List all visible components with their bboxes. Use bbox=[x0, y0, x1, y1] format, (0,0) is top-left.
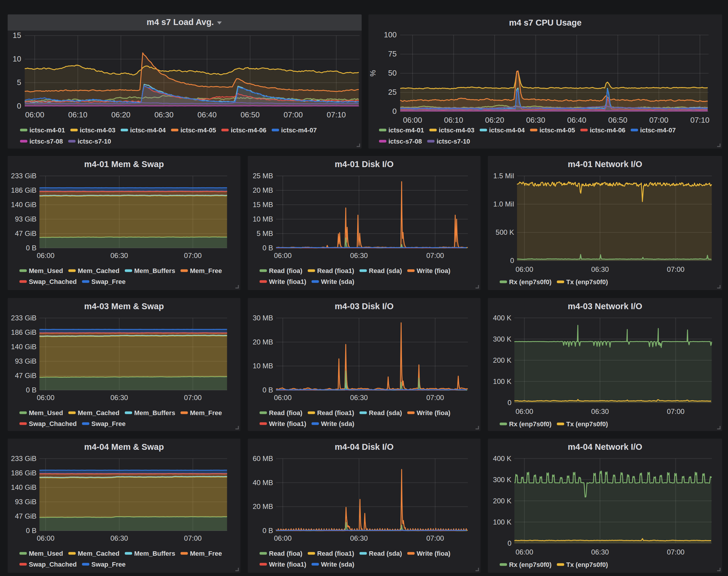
svg-text:06:00: 06:00 bbox=[274, 252, 291, 259]
svg-text:186 GiB: 186 GiB bbox=[11, 186, 36, 194]
svg-text:07:00: 07:00 bbox=[667, 548, 684, 556]
svg-text:Swap_Free: Swap_Free bbox=[91, 561, 125, 568]
svg-text:m4 s7 Load Avg.: m4 s7 Load Avg. bbox=[146, 17, 214, 27]
svg-text:07:00: 07:00 bbox=[426, 534, 444, 542]
svg-text:06:30: 06:30 bbox=[110, 252, 128, 259]
svg-text:Write (fioa): Write (fioa) bbox=[417, 409, 450, 416]
svg-text:Read (sda): Read (sda) bbox=[369, 550, 402, 557]
svg-text:0 B: 0 B bbox=[262, 244, 273, 252]
svg-text:20 MB: 20 MB bbox=[253, 338, 273, 346]
svg-text:Mem_Free: Mem_Free bbox=[190, 550, 222, 557]
svg-text:25 MB: 25 MB bbox=[253, 172, 273, 180]
svg-text:06:30: 06:30 bbox=[591, 265, 609, 273]
svg-text:200 K: 200 K bbox=[493, 356, 511, 364]
svg-text:Tx (enp7s0f0): Tx (enp7s0f0) bbox=[566, 561, 608, 568]
svg-text:Read (fioa1): Read (fioa1) bbox=[317, 409, 354, 416]
svg-text:Read (fioa1): Read (fioa1) bbox=[317, 267, 354, 275]
svg-text:ictsc-m4-05: ictsc-m4-05 bbox=[180, 126, 216, 134]
svg-text:07:00: 07:00 bbox=[649, 116, 668, 124]
svg-text:06:00: 06:00 bbox=[37, 252, 54, 259]
svg-text:Mem_Used: Mem_Used bbox=[29, 267, 63, 275]
svg-text:0 B: 0 B bbox=[26, 526, 36, 535]
svg-text:25: 25 bbox=[388, 88, 397, 96]
svg-text:06:20: 06:20 bbox=[111, 110, 130, 119]
svg-text:06:30: 06:30 bbox=[350, 394, 368, 402]
svg-text:Read (sda): Read (sda) bbox=[369, 267, 402, 275]
svg-text:06:30: 06:30 bbox=[350, 534, 368, 542]
svg-text:ictsc-m4-07: ictsc-m4-07 bbox=[640, 126, 676, 134]
svg-text:400 K: 400 K bbox=[493, 314, 511, 322]
svg-text:ictsc-m4-07: ictsc-m4-07 bbox=[281, 126, 317, 134]
svg-text:Write (fioa1): Write (fioa1) bbox=[269, 278, 306, 285]
svg-text:07:00: 07:00 bbox=[284, 110, 303, 119]
svg-text:07:10: 07:10 bbox=[690, 116, 709, 124]
svg-text:ictsc-m4-01: ictsc-m4-01 bbox=[29, 126, 65, 134]
svg-text:Read (fioa): Read (fioa) bbox=[269, 267, 303, 275]
svg-text:Tx (enp7s0f0): Tx (enp7s0f0) bbox=[566, 421, 608, 428]
svg-text:06:00: 06:00 bbox=[37, 534, 54, 542]
svg-text:Mem_Used: Mem_Used bbox=[29, 409, 63, 416]
svg-text:93 GiB: 93 GiB bbox=[15, 357, 36, 365]
svg-text:Write (fioa): Write (fioa) bbox=[417, 267, 450, 275]
svg-text:06:00: 06:00 bbox=[274, 394, 291, 402]
svg-text:Mem_Free: Mem_Free bbox=[190, 267, 222, 275]
svg-text:07:00: 07:00 bbox=[426, 394, 444, 402]
svg-text:186 GiB: 186 GiB bbox=[11, 328, 36, 336]
svg-text:06:00: 06:00 bbox=[515, 407, 533, 415]
svg-text:m4-01 Network I/O: m4-01 Network I/O bbox=[568, 160, 642, 169]
svg-text:0: 0 bbox=[17, 102, 21, 110]
svg-text:m4-04 Disk I/O: m4-04 Disk I/O bbox=[335, 442, 394, 452]
svg-text:Write (sda): Write (sda) bbox=[321, 561, 354, 568]
svg-text:06:30: 06:30 bbox=[110, 534, 128, 542]
svg-text:0: 0 bbox=[510, 257, 514, 264]
svg-text:ictsc-m4-03: ictsc-m4-03 bbox=[439, 126, 474, 134]
svg-text:Write (fioa1): Write (fioa1) bbox=[269, 420, 306, 427]
svg-text:06:00: 06:00 bbox=[515, 265, 533, 273]
svg-text:233 GiB: 233 GiB bbox=[11, 314, 36, 322]
svg-text:06:30: 06:30 bbox=[350, 252, 368, 259]
svg-text:0 B: 0 B bbox=[262, 386, 273, 394]
svg-text:500 K: 500 K bbox=[496, 228, 514, 236]
svg-text:Write (fioa): Write (fioa) bbox=[417, 550, 450, 557]
svg-text:m4-01 Disk I/O: m4-01 Disk I/O bbox=[335, 160, 394, 169]
svg-text:Swap_Chached: Swap_Chached bbox=[29, 420, 77, 427]
svg-text:06:40: 06:40 bbox=[197, 110, 217, 119]
svg-text:0 B: 0 B bbox=[262, 526, 273, 535]
svg-text:06:30: 06:30 bbox=[155, 110, 174, 119]
svg-text:Write (sda): Write (sda) bbox=[321, 278, 354, 285]
svg-text:Write (sda): Write (sda) bbox=[321, 420, 354, 427]
svg-text:%: % bbox=[369, 70, 377, 77]
svg-text:233 GiB: 233 GiB bbox=[11, 455, 36, 462]
svg-text:06:30: 06:30 bbox=[591, 407, 609, 415]
svg-text:100 K: 100 K bbox=[493, 518, 511, 526]
svg-text:06:00: 06:00 bbox=[515, 548, 533, 556]
svg-text:15 MB: 15 MB bbox=[253, 201, 273, 208]
svg-text:ictsc-s7-08: ictsc-s7-08 bbox=[388, 138, 422, 145]
svg-text:ictsc-m4-04: ictsc-m4-04 bbox=[489, 126, 525, 134]
svg-text:07:00: 07:00 bbox=[426, 252, 444, 259]
svg-text:ictsc-s7-10: ictsc-s7-10 bbox=[437, 138, 470, 145]
svg-text:0: 0 bbox=[393, 107, 397, 116]
svg-text:50: 50 bbox=[388, 68, 397, 77]
svg-text:Read (fioa): Read (fioa) bbox=[269, 409, 303, 416]
svg-text:47 GiB: 47 GiB bbox=[15, 229, 36, 237]
svg-text:m4-04 Network I/O: m4-04 Network I/O bbox=[568, 442, 642, 452]
svg-text:300 K: 300 K bbox=[493, 476, 511, 484]
svg-text:07:00: 07:00 bbox=[667, 407, 684, 415]
svg-text:10: 10 bbox=[13, 54, 21, 63]
svg-text:Write (fioa1): Write (fioa1) bbox=[269, 561, 306, 568]
svg-text:40 MB: 40 MB bbox=[253, 479, 273, 487]
svg-text:0 B: 0 B bbox=[26, 244, 36, 252]
svg-text:20 MB: 20 MB bbox=[253, 502, 273, 510]
svg-text:Mem_Cached: Mem_Cached bbox=[78, 550, 119, 557]
svg-text:186 GiB: 186 GiB bbox=[11, 469, 36, 477]
svg-text:m4-04 Mem & Swap: m4-04 Mem & Swap bbox=[84, 442, 164, 452]
svg-text:ictsc-s7-10: ictsc-s7-10 bbox=[78, 138, 111, 145]
svg-text:ictsc-m4-06: ictsc-m4-06 bbox=[590, 126, 625, 134]
svg-text:06:00: 06:00 bbox=[403, 116, 422, 124]
svg-text:Mem_Buffers: Mem_Buffers bbox=[134, 267, 175, 275]
svg-text:06:20: 06:20 bbox=[485, 116, 504, 124]
svg-text:06:00: 06:00 bbox=[274, 534, 291, 542]
svg-text:140 GiB: 140 GiB bbox=[11, 343, 36, 351]
svg-text:60 MB: 60 MB bbox=[253, 455, 273, 462]
